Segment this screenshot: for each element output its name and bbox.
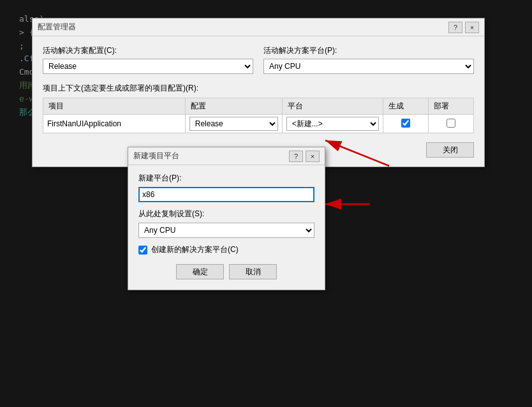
- deploy-cell: [429, 115, 474, 133]
- active-config-row: 活动解决方案配置(C): Release 活动解决方案平台(P): Any CP…: [43, 45, 474, 74]
- new-platform-close-button[interactable]: ×: [306, 151, 320, 162]
- help-button[interactable]: ?: [448, 22, 462, 33]
- col-project: 项目: [43, 98, 186, 115]
- build-checkbox[interactable]: [401, 119, 410, 128]
- cancel-button[interactable]: 取消: [229, 264, 277, 279]
- create-solution-checkbox[interactable]: [138, 246, 147, 255]
- row-config-select[interactable]: Release: [189, 117, 278, 131]
- title-buttons: ? ×: [448, 22, 479, 33]
- config-manager-dialog: 配置管理器 ? × 活动解决方案配置(C): Release 活动解决方案平台(…: [32, 18, 485, 167]
- copy-from-label: 从此处复制设置(S):: [138, 209, 314, 219]
- new-platform-dialog: 新建项目平台 ? × 新建平台(P): 从此处复制设置(S): Any CPU …: [128, 147, 325, 290]
- config-cell: Release: [185, 115, 282, 133]
- section-label: 项目上下文(选定要生成或部署的项目配置)(R):: [43, 83, 474, 94]
- config-manager-titlebar: 配置管理器 ? ×: [33, 18, 484, 36]
- project-cell: FirstNanUIApplication: [43, 115, 186, 133]
- new-platform-body: 新建平台(P): 从此处复制设置(S): Any CPU 创建新的解决方案平台(…: [128, 165, 325, 290]
- new-platform-help-button[interactable]: ?: [289, 151, 303, 162]
- new-platform-input[interactable]: [138, 187, 314, 202]
- active-config-label: 活动解决方案配置(C):: [43, 45, 253, 56]
- create-solution-label: 创建新的解决方案平台(C): [151, 244, 239, 255]
- config-manager-title: 配置管理器: [38, 22, 76, 33]
- table-row: FirstNanUIApplication Release <新建...>: [43, 115, 474, 133]
- new-platform-label: 新建平台(P):: [138, 173, 314, 184]
- new-platform-title: 新建项目平台: [133, 151, 179, 161]
- build-cell: [383, 115, 429, 133]
- active-platform-select[interactable]: Any CPU: [263, 59, 474, 74]
- active-platform-label: 活动解决方案平台(P):: [263, 45, 474, 56]
- close-title-button[interactable]: ×: [465, 22, 479, 33]
- active-config-group: 活动解决方案配置(C): Release: [43, 45, 253, 74]
- col-build: 生成: [383, 98, 429, 115]
- ok-button[interactable]: 确定: [176, 264, 224, 279]
- col-deploy: 部署: [429, 98, 474, 115]
- close-button[interactable]: 关闭: [426, 142, 474, 158]
- config-table: 项目 配置 平台 生成 部署 FirstNanUIApplication Rel…: [43, 98, 474, 133]
- col-platform: 平台: [282, 98, 383, 115]
- copy-from-select[interactable]: Any CPU: [138, 223, 314, 238]
- active-platform-group: 活动解决方案平台(P): Any CPU: [263, 45, 474, 74]
- new-platform-title-buttons: ? ×: [289, 151, 320, 162]
- row-platform-select[interactable]: <新建...>: [286, 117, 380, 131]
- col-config: 配置: [185, 98, 282, 115]
- deploy-checkbox[interactable]: [447, 119, 455, 128]
- create-solution-row: 创建新的解决方案平台(C): [138, 244, 314, 255]
- dialog-buttons: 确定 取消: [138, 264, 314, 282]
- new-platform-titlebar: 新建项目平台 ? ×: [128, 147, 325, 165]
- active-config-select[interactable]: Release: [43, 59, 253, 74]
- platform-cell: <新建...>: [282, 115, 383, 133]
